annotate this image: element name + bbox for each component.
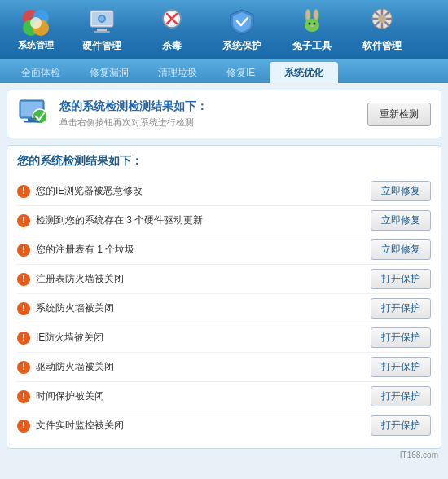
action-btn-1[interactable]: 立即修复 [371,210,431,231]
app-logo: 系统管理 [7,3,65,55]
nav-hardware-label: 硬件管理 [82,39,121,53]
result-item-1: ! 检测到您的系统存在 3 个硬件驱动更新 立即修复 [17,206,431,235]
rescan-button[interactable]: 重新检测 [367,103,431,126]
result-item-2: ! 您的注册表有 1 个垃圾 立即修复 [17,235,431,265]
svg-point-22 [314,22,316,24]
tab-repair-errors[interactable]: 修复漏洞 [75,62,143,83]
warn-icon-3: ! [17,273,30,286]
banner-text: 您的系统检测检测结果如下： 单击右侧按钮再次对系统进行检测 [59,99,208,129]
nav-hardware[interactable]: 硬件管理 [68,3,135,55]
nav-rabbit[interactable]: 兔子工具 [279,3,345,55]
result-text-1: 检测到您的系统存在 3 个硬件驱动更新 [36,213,203,227]
warn-icon-4: ! [17,302,30,315]
result-left-2: ! 您的注册表有 1 个垃圾 [17,243,134,257]
nav-software[interactable]: 软件管理 [349,3,415,55]
hardware-icon [87,7,116,36]
tab-system-optimize[interactable]: 系统优化 [270,62,338,83]
nav-rabbit-label: 兔子工具 [292,39,332,53]
warn-icon-8: ! [17,420,30,433]
result-item-0: ! 您的IE浏览器被恶意修改 立即修复 [17,177,431,206]
nav-protect-label: 系统保护 [222,39,261,53]
action-btn-7[interactable]: 打开保护 [371,386,431,406]
action-btn-5[interactable]: 打开保护 [371,327,431,348]
result-left-7: ! 时间保护被关闭 [17,389,104,403]
app-header: 系统管理 硬件管理 杀毒 [0,0,448,59]
svg-point-21 [309,22,311,24]
result-left-5: ! IE防火墙被关闭 [17,331,103,345]
result-left-3: ! 注册表防火墙被关闭 [17,272,124,286]
result-banner: 您的系统检测检测结果如下： 单击右侧按钮再次对系统进行检测 重新检测 [7,90,441,138]
svg-point-19 [306,10,310,20]
action-btn-4[interactable]: 打开保护 [371,298,431,319]
warn-icon-2: ! [17,244,30,257]
result-item-6: ! 驱动防火墙被关闭 打开保护 [17,353,431,382]
result-text-3: 注册表防火墙被关闭 [36,272,124,286]
warn-icon-6: ! [17,361,30,374]
protect-icon [227,7,257,36]
result-item-5: ! IE防火墙被关闭 打开保护 [17,323,431,353]
tab-clean-junk[interactable]: 清理垃圾 [143,62,212,83]
result-text-7: 时间保护被关闭 [36,389,104,403]
action-btn-2[interactable]: 立即修复 [371,240,431,260]
warn-icon-1: ! [17,214,30,227]
svg-point-4 [30,17,42,29]
action-btn-6[interactable]: 打开保护 [371,357,431,377]
tab-full-check[interactable]: 全面体检 [7,62,75,83]
result-text-2: 您的注册表有 1 个垃圾 [36,243,134,257]
result-left-8: ! 文件实时监控被关闭 [17,419,124,433]
result-item-8: ! 文件实时监控被关闭 打开保护 [17,411,431,440]
result-left-4: ! 系统防火墙被关闭 [17,301,114,315]
result-item-7: ! 时间保护被关闭 打开保护 [17,382,431,411]
kill-icon [157,7,187,36]
svg-point-10 [99,16,104,21]
result-text-5: IE防火墙被关闭 [36,331,103,345]
results-panel: 您的系统检测结果如下： ! 您的IE浏览器被恶意修改 立即修复 ! 检测到您的系… [7,145,441,449]
nav-kill[interactable]: 杀毒 [138,3,205,55]
warn-icon-7: ! [17,390,30,403]
svg-rect-38 [24,121,39,123]
logo-text: 系统管理 [18,39,54,51]
nav-software-label: 软件管理 [362,39,402,53]
action-btn-3[interactable]: 打开保护 [371,269,431,289]
result-text-0: 您的IE浏览器被恶意修改 [36,184,143,198]
computer-icon [17,99,51,130]
rabbit-icon [297,7,327,36]
banner-left: 您的系统检测检测结果如下： 单击右侧按钮再次对系统进行检测 [17,99,208,130]
svg-point-20 [314,10,318,20]
watermark: IT168.com [7,449,441,461]
svg-point-23 [310,25,314,27]
software-icon [367,7,397,36]
svg-rect-8 [94,31,110,33]
result-item-4: ! 系统防火墙被关闭 打开保护 [17,294,431,323]
result-text-8: 文件实时监控被关闭 [36,419,124,433]
warn-icon-0: ! [17,185,30,198]
result-text-6: 驱动防火墙被关闭 [36,360,114,374]
banner-subtitle: 单击右侧按钮再次对系统进行检测 [59,116,208,129]
logo-icon [20,8,52,37]
nav-kill-label: 杀毒 [162,39,182,53]
tab-bar: 全面体检 修复漏洞 清理垃圾 修复IE 系统优化 [0,59,448,83]
result-left-1: ! 检测到您的系统存在 3 个硬件驱动更新 [17,213,203,227]
warn-icon-5: ! [17,332,30,345]
action-btn-8[interactable]: 打开保护 [371,415,431,436]
result-left-6: ! 驱动防火墙被关闭 [17,360,114,374]
main-content: 您的系统检测检测结果如下： 单击右侧按钮再次对系统进行检测 重新检测 您的系统检… [0,83,448,468]
tab-repair-ie[interactable]: 修复IE [212,62,270,83]
results-title: 您的系统检测结果如下： [17,154,431,169]
result-left-0: ! 您的IE浏览器被恶意修改 [17,184,143,198]
result-item-3: ! 注册表防火墙被关闭 打开保护 [17,265,431,294]
banner-title: 您的系统检测检测结果如下： [59,99,208,114]
nav-protect[interactable]: 系统保护 [209,3,275,55]
result-text-4: 系统防火墙被关闭 [36,301,114,315]
action-btn-0[interactable]: 立即修复 [371,181,431,201]
